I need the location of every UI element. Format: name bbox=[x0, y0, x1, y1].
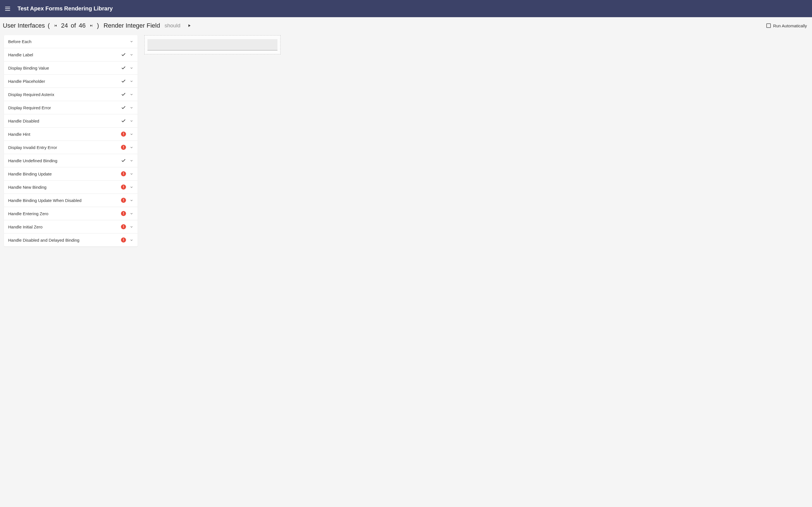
pager-current: 24 bbox=[61, 22, 68, 29]
error-icon: ! bbox=[121, 171, 126, 176]
test-item-label: Display Required Error bbox=[8, 105, 51, 110]
chevron-down-icon[interactable] bbox=[130, 119, 133, 123]
chevron-down-icon[interactable] bbox=[130, 198, 133, 202]
check-icon bbox=[121, 158, 126, 163]
chevron-down-icon[interactable] bbox=[130, 238, 133, 242]
test-item-label: Handle Binding Update When Disabled bbox=[8, 198, 82, 203]
test-item[interactable]: Handle Undefined Binding bbox=[4, 154, 138, 167]
menu-icon[interactable] bbox=[5, 5, 12, 12]
check-icon bbox=[121, 92, 126, 97]
test-item[interactable]: Before Each bbox=[4, 35, 138, 48]
chevron-down-icon[interactable] bbox=[130, 132, 133, 136]
test-item[interactable]: Handle New Binding! bbox=[4, 180, 138, 194]
breadcrumb-section: User Interfaces bbox=[3, 22, 45, 29]
test-item-label: Handle Entering Zero bbox=[8, 211, 49, 216]
chevron-down-icon[interactable] bbox=[130, 40, 133, 44]
check-icon bbox=[121, 105, 126, 110]
chevron-down-icon[interactable] bbox=[130, 145, 133, 149]
test-item-label: Display Required Asterix bbox=[8, 92, 54, 97]
test-item-right: ! bbox=[121, 198, 133, 203]
subheader: User Interfaces ( 24 of 46 ) Render Inte… bbox=[0, 17, 812, 34]
test-item-right bbox=[121, 65, 133, 70]
chevron-down-icon[interactable] bbox=[130, 106, 133, 110]
app-title: Test Apex Forms Rendering Library bbox=[17, 5, 113, 12]
error-icon: ! bbox=[121, 184, 126, 189]
test-list: Before EachHandle LabelDisplay Binding V… bbox=[4, 35, 138, 246]
test-item-right: ! bbox=[121, 211, 133, 216]
test-item[interactable]: Display Invalid Entry Error! bbox=[4, 141, 138, 154]
error-icon: ! bbox=[121, 224, 126, 229]
test-item[interactable]: Handle Entering Zero! bbox=[4, 207, 138, 220]
test-item[interactable]: Handle Hint! bbox=[4, 128, 138, 141]
chevron-down-icon[interactable] bbox=[130, 79, 133, 83]
check-icon bbox=[121, 78, 126, 83]
test-item[interactable]: Handle Label bbox=[4, 48, 138, 61]
paren-open: ( bbox=[48, 22, 50, 29]
error-icon: ! bbox=[121, 145, 126, 150]
test-item-label: Handle Placeholder bbox=[8, 79, 45, 83]
chevron-down-icon[interactable] bbox=[130, 185, 133, 189]
test-item[interactable]: Handle Placeholder bbox=[4, 75, 138, 88]
error-icon: ! bbox=[121, 198, 126, 203]
pager-of: of bbox=[71, 22, 76, 29]
test-item-label: Handle New Binding bbox=[8, 185, 47, 189]
test-item-right: ! bbox=[121, 237, 133, 242]
test-item-right: ! bbox=[121, 184, 133, 189]
subheader-left: User Interfaces ( 24 of 46 ) Render Inte… bbox=[3, 22, 766, 29]
test-item-label: Handle Disabled bbox=[8, 119, 39, 123]
preview-input[interactable] bbox=[147, 39, 277, 50]
test-item-label: Handle Label bbox=[8, 52, 33, 57]
error-icon: ! bbox=[121, 131, 126, 136]
test-item-label: Display Binding Value bbox=[8, 66, 49, 70]
test-item-right: ! bbox=[121, 145, 133, 150]
test-item-right bbox=[121, 52, 133, 57]
test-item-right bbox=[130, 40, 133, 44]
preview-panel bbox=[144, 35, 281, 54]
subheader-right: Run Automatically bbox=[766, 23, 809, 28]
test-item-label: Display Invalid Entry Error bbox=[8, 145, 57, 150]
test-item-right bbox=[121, 78, 133, 83]
chevron-down-icon[interactable] bbox=[130, 53, 133, 57]
chevron-down-icon[interactable] bbox=[130, 225, 133, 229]
chevron-down-icon[interactable] bbox=[130, 93, 133, 96]
test-item-right bbox=[121, 158, 133, 163]
test-item-right: ! bbox=[121, 171, 133, 176]
test-item[interactable]: Display Binding Value bbox=[4, 61, 138, 75]
chevron-down-icon[interactable] bbox=[130, 66, 133, 70]
breadcrumb-should: should bbox=[165, 22, 181, 29]
test-item-right bbox=[121, 105, 133, 110]
test-item-label: Handle Disabled and Delayed Binding bbox=[8, 238, 80, 242]
test-item[interactable]: Handle Initial Zero! bbox=[4, 220, 138, 233]
test-item-label: Handle Initial Zero bbox=[8, 224, 43, 229]
test-item-label: Handle Undefined Binding bbox=[8, 158, 57, 163]
test-item[interactable]: Display Required Error bbox=[4, 101, 138, 114]
play-icon[interactable] bbox=[186, 22, 192, 29]
paren-close: ) bbox=[97, 22, 99, 29]
chevron-down-icon[interactable] bbox=[130, 212, 133, 216]
test-item-right bbox=[121, 92, 133, 97]
test-item[interactable]: Handle Binding Update When Disabled! bbox=[4, 194, 138, 207]
test-item[interactable]: Handle Binding Update! bbox=[4, 167, 138, 180]
check-icon bbox=[121, 65, 126, 70]
test-item-label: Handle Binding Update bbox=[8, 172, 52, 176]
chevron-down-icon[interactable] bbox=[130, 159, 133, 163]
test-item[interactable]: Handle Disabled and Delayed Binding! bbox=[4, 233, 138, 246]
content-area: Before EachHandle LabelDisplay Binding V… bbox=[0, 34, 812, 247]
pager-total: 46 bbox=[79, 22, 86, 29]
error-icon: ! bbox=[121, 237, 126, 242]
run-auto-checkbox[interactable] bbox=[766, 23, 771, 28]
breadcrumb-test-name: Render Integer Field bbox=[103, 22, 160, 29]
check-icon bbox=[121, 52, 126, 57]
check-icon bbox=[121, 118, 126, 123]
test-item[interactable]: Display Required Asterix bbox=[4, 88, 138, 101]
test-item-right: ! bbox=[121, 224, 133, 229]
test-item-right bbox=[121, 118, 133, 123]
pager-last-icon[interactable] bbox=[89, 23, 94, 29]
pager-first-icon[interactable] bbox=[53, 23, 58, 29]
app-header: Test Apex Forms Rendering Library bbox=[0, 0, 812, 17]
test-item[interactable]: Handle Disabled bbox=[4, 114, 138, 128]
error-icon: ! bbox=[121, 211, 126, 216]
run-auto-label[interactable]: Run Automatically bbox=[773, 23, 807, 28]
test-item-label: Handle Hint bbox=[8, 132, 30, 136]
chevron-down-icon[interactable] bbox=[130, 172, 133, 176]
